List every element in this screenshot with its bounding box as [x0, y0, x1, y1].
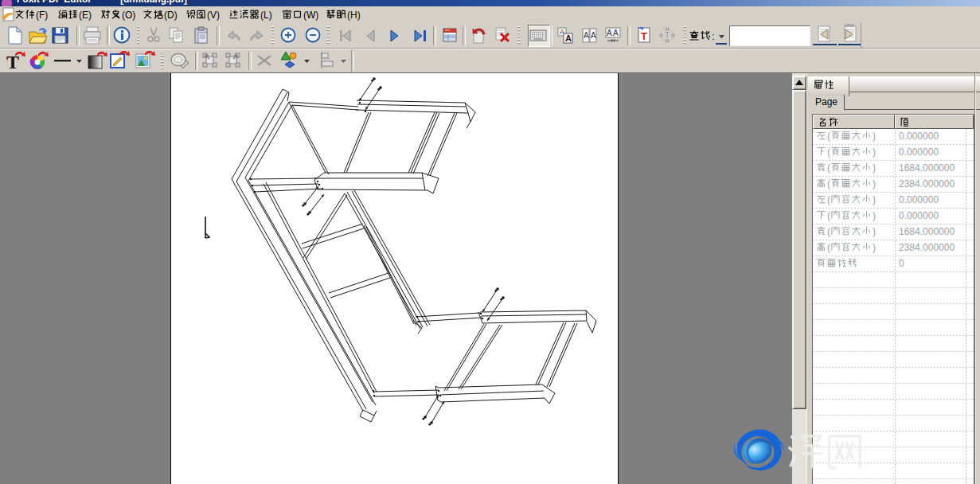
- svg-text:(: (: [827, 210, 830, 221]
- svg-text:(: (: [827, 242, 830, 253]
- svg-text:(: (: [827, 178, 830, 189]
- svg-text:(: (: [827, 194, 830, 205]
- svg-text:): ): [873, 226, 876, 237]
- svg-text:(: (: [827, 162, 830, 174]
- svg-text:(: (: [827, 146, 830, 158]
- svg-text:): ): [873, 131, 876, 142]
- svg-text:): ): [873, 242, 876, 253]
- svg-text:(: (: [827, 131, 830, 142]
- svg-text:): ): [873, 146, 876, 158]
- svg-text:): ): [873, 162, 876, 174]
- svg-text:): ): [873, 194, 876, 205]
- svg-text:(: (: [827, 226, 830, 237]
- svg-text:): ): [873, 178, 876, 189]
- svg-text:): ): [873, 210, 876, 221]
